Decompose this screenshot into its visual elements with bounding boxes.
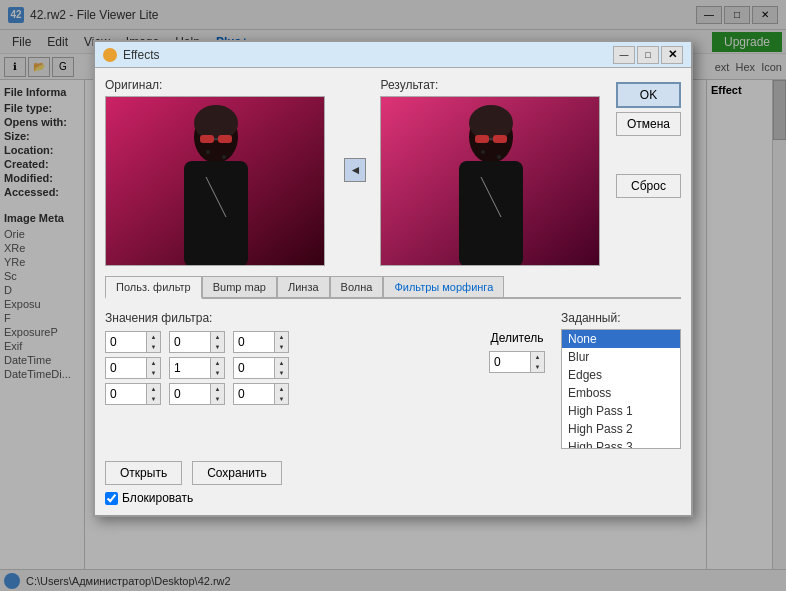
svg-point-18 [497,155,501,159]
spin-down-1-2[interactable]: ▼ [275,368,288,378]
original-section: Оригинал: [105,78,330,266]
divider-section: Делитель ▲ ▼ [489,331,545,449]
matrix-1-1[interactable]: ▲ ▼ [169,357,225,379]
matrix-input-2-0[interactable] [106,384,146,404]
matrix-2-0[interactable]: ▲ ▼ [105,383,161,405]
spin-up-2-2[interactable]: ▲ [275,384,288,394]
spin-up-1-1[interactable]: ▲ [211,358,224,368]
tab-wave[interactable]: Волна [330,276,384,297]
spin-up-0-1[interactable]: ▲ [211,332,224,342]
svg-point-8 [222,155,226,159]
preset-label: Заданный: [561,311,681,325]
lock-checkbox[interactable] [105,492,118,505]
open-button[interactable]: Открыть [105,461,182,485]
preset-highpass1[interactable]: High Pass 1 [562,402,680,420]
original-label: Оригинал: [105,78,330,92]
matrix-input-2-2[interactable] [234,384,274,404]
preset-highpass2[interactable]: High Pass 2 [562,420,680,438]
divider-field[interactable]: ▲ ▼ [489,351,545,373]
effects-dialog: Effects — □ ✕ Оригинал: [93,40,693,517]
preset-blur[interactable]: Blur [562,348,680,366]
spin-arrows-1-1: ▲ ▼ [210,358,224,378]
divider-up[interactable]: ▲ [531,352,544,362]
result-preview [380,96,600,266]
reset-button[interactable]: Сброс [616,174,681,198]
ok-button[interactable]: OK [616,82,681,108]
matrix-0-1[interactable]: ▲ ▼ [169,331,225,353]
matrix-0-2[interactable]: ▲ ▼ [233,331,289,353]
spin-down-2-1[interactable]: ▼ [211,394,224,404]
filter-values-label: Значения фильтра: [105,311,473,325]
spin-up-1-2[interactable]: ▲ [275,358,288,368]
matrix-input-0-2[interactable] [234,332,274,352]
preset-none[interactable]: None [562,330,680,348]
bottom-row: Открыть Сохранить [105,461,681,485]
matrix-input-0-1[interactable] [170,332,210,352]
svg-rect-12 [459,161,523,266]
spin-up-2-0[interactable]: ▲ [147,384,160,394]
tab-lens[interactable]: Линза [277,276,330,297]
svg-rect-2 [184,161,248,266]
dialog-controls: — □ ✕ [613,46,683,64]
tab-custom-filter[interactable]: Польз. фильтр [105,276,202,299]
spin-up-2-1[interactable]: ▲ [211,384,224,394]
divider-input[interactable] [490,352,530,372]
matrix-input-1-2[interactable] [234,358,274,378]
preset-list-container: None Blur Edges Emboss High Pass 1 High … [561,329,681,449]
save-button[interactable]: Сохранить [192,461,282,485]
matrix-2-2[interactable]: ▲ ▼ [233,383,289,405]
spin-arrows-0-2: ▲ ▼ [274,332,288,352]
svg-point-13 [469,105,513,141]
matrix-2-1[interactable]: ▲ ▼ [169,383,225,405]
dialog-minimize[interactable]: — [613,46,635,64]
divider-arrows: ▲ ▼ [530,352,544,372]
preset-list[interactable]: None Blur Edges Emboss High Pass 1 High … [561,329,681,449]
spin-arrows-0-1: ▲ ▼ [210,332,224,352]
svg-rect-5 [218,135,232,143]
spin-arrows-2-0: ▲ ▼ [146,384,160,404]
dialog-icon [103,48,117,62]
divider-down[interactable]: ▼ [531,362,544,372]
svg-point-7 [206,150,210,154]
spin-down-1-1[interactable]: ▼ [211,368,224,378]
modal-overlay: Effects — □ ✕ Оригинал: [0,0,786,591]
action-buttons: OK Отмена Сброс [616,82,681,198]
svg-rect-15 [493,135,507,143]
spin-down-0-0[interactable]: ▼ [147,342,160,352]
preview-arrow-button[interactable]: ◄ [344,158,366,182]
filter-matrix: Значения фильтра: ▲ ▼ [105,311,473,449]
spin-down-2-2[interactable]: ▼ [275,394,288,404]
dialog-close[interactable]: ✕ [661,46,683,64]
cancel-button[interactable]: Отмена [616,112,681,136]
tabs-row: Польз. фильтр Bump map Линза Волна Фильт… [105,276,681,299]
matrix-1-0[interactable]: ▲ ▼ [105,357,161,379]
matrix-0-0[interactable]: ▲ ▼ [105,331,161,353]
spin-down-0-1[interactable]: ▼ [211,342,224,352]
matrix-input-1-0[interactable] [106,358,146,378]
dialog-maximize[interactable]: □ [637,46,659,64]
dialog-content: Оригинал: [95,68,691,515]
original-preview [105,96,325,266]
spin-up-0-2[interactable]: ▲ [275,332,288,342]
svg-point-3 [194,105,238,141]
spin-down-1-0[interactable]: ▼ [147,368,160,378]
matrix-input-0-0[interactable] [106,332,146,352]
spin-arrows-2-2: ▲ ▼ [274,384,288,404]
matrix-input-2-1[interactable] [170,384,210,404]
matrix-input-1-1[interactable] [170,358,210,378]
preset-highpass3[interactable]: High Pass 3 [562,438,680,449]
spin-up-0-0[interactable]: ▲ [147,332,160,342]
arrow-container: ◄ [340,158,370,182]
spin-up-1-0[interactable]: ▲ [147,358,160,368]
spin-down-0-2[interactable]: ▼ [275,342,288,352]
previews-row: Оригинал: [105,78,681,266]
spin-down-2-0[interactable]: ▼ [147,394,160,404]
tab-morph-filters[interactable]: Фильтры морфинга [383,276,504,297]
svg-rect-4 [200,135,214,143]
result-section: Результат: [380,78,605,266]
tab-bump-map[interactable]: Bump map [202,276,277,297]
preset-edges[interactable]: Edges [562,366,680,384]
divider-label: Делитель [491,331,544,345]
preset-emboss[interactable]: Emboss [562,384,680,402]
matrix-1-2[interactable]: ▲ ▼ [233,357,289,379]
